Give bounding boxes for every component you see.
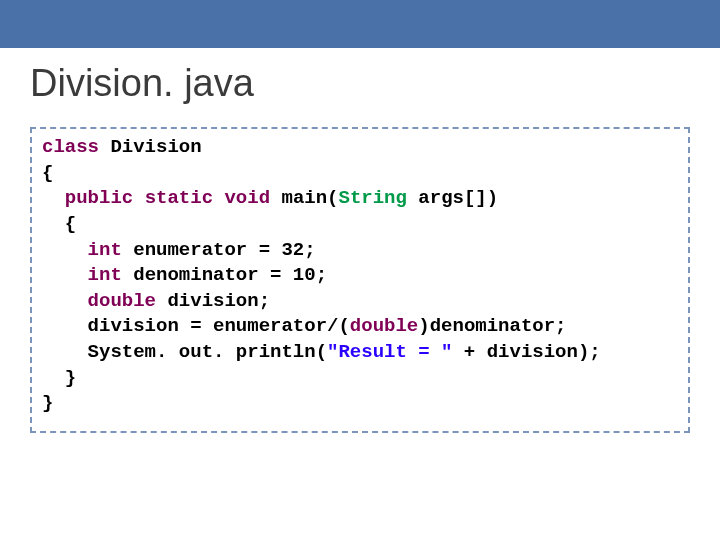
code-text: division = enumerator/( [42, 315, 350, 337]
keyword-int: int [88, 239, 122, 261]
code-text: { [42, 213, 76, 235]
code-text: ( [327, 187, 338, 209]
keyword-public: public [65, 187, 133, 209]
code-text: args[]) [407, 187, 498, 209]
keyword-void: void [224, 187, 270, 209]
code-indent [42, 187, 65, 209]
string-literal: "Result = " [327, 341, 452, 363]
keyword-static: static [145, 187, 213, 209]
keyword-double: double [350, 315, 418, 337]
keyword-int: int [88, 264, 122, 286]
code-text [270, 187, 281, 209]
header-bar [0, 0, 720, 48]
code-content: class Division { public static void main… [42, 135, 678, 417]
code-text [213, 187, 224, 209]
method-name: main [281, 187, 327, 209]
slide-title: Division. java [0, 48, 720, 117]
code-text [133, 187, 144, 209]
code-text: System. out. println( [42, 341, 327, 363]
code-indent [42, 264, 88, 286]
code-text: denominator = 10; [122, 264, 327, 286]
keyword-class: class [42, 136, 99, 158]
keyword-double: double [88, 290, 156, 312]
type-string: String [339, 187, 407, 209]
code-text: division; [156, 290, 270, 312]
code-text: { [42, 162, 53, 184]
code-text: enumerator = 32; [122, 239, 316, 261]
code-block: class Division { public static void main… [30, 127, 690, 433]
code-text: + division); [452, 341, 600, 363]
code-text: } [42, 367, 76, 389]
code-text: Division [99, 136, 202, 158]
code-text: } [42, 392, 53, 414]
code-text: )denominator; [418, 315, 566, 337]
code-indent [42, 239, 88, 261]
code-indent [42, 290, 88, 312]
